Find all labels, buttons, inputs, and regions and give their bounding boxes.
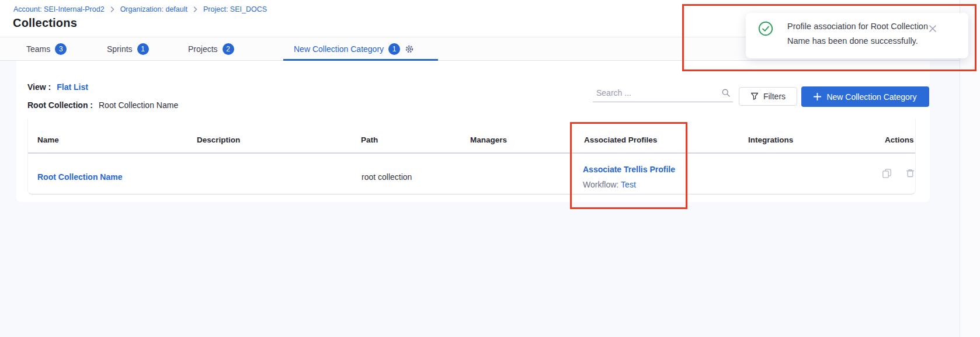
- search-box: [593, 86, 733, 102]
- workflow-label: Workflow:: [583, 180, 618, 189]
- root-collection-label: Root Collection :: [27, 100, 93, 110]
- check-circle-icon: [758, 21, 773, 39]
- tab-label: Projects: [188, 44, 218, 54]
- tab-count-badge: 1: [137, 43, 149, 55]
- table-header-divider: [28, 152, 915, 154]
- breadcrumb-organization-link[interactable]: Organization: default: [120, 5, 187, 13]
- success-toast: Profile association for Root Collection …: [746, 13, 968, 58]
- tab-label: New Collection Category: [294, 44, 384, 54]
- row-associated-profiles-cell: Associate Trellis Profile Workflow: Test: [583, 162, 675, 192]
- column-header-actions: Actions: [885, 136, 914, 144]
- view-flat-list-link[interactable]: Flat List: [57, 82, 88, 92]
- tab-count-badge: 3: [55, 43, 67, 55]
- breadcrumb-account-link[interactable]: Account: SEI-Internal-Prod2: [13, 5, 105, 13]
- tab-label: Sprints: [107, 44, 133, 54]
- column-header-path: Path: [361, 136, 378, 144]
- root-collection-row: Root Collection : Root Collection Name: [27, 100, 178, 110]
- tab-count-badge: 1: [388, 43, 400, 55]
- associate-trellis-profile-link[interactable]: Associate Trellis Profile: [583, 165, 675, 174]
- row-path-cell: root collection: [362, 172, 412, 182]
- filters-button-label: Filters: [763, 92, 786, 101]
- close-icon[interactable]: [927, 23, 939, 34]
- view-label: View :: [27, 82, 51, 92]
- new-collection-category-button[interactable]: New Collection Category: [801, 86, 929, 107]
- trash-icon[interactable]: [905, 168, 915, 178]
- collections-table: Name Description Path Managers Associate…: [27, 119, 916, 194]
- collections-page: Account: SEI-Internal-Prod2 Organization…: [0, 0, 980, 337]
- column-header-managers: Managers: [470, 136, 507, 144]
- tab-projects[interactable]: Projects 2: [188, 37, 234, 61]
- tab-teams[interactable]: Teams 3: [26, 37, 67, 61]
- tab-label: Teams: [26, 44, 50, 54]
- page-title: Collections: [13, 16, 77, 30]
- copy-icon[interactable]: [882, 168, 892, 178]
- view-selector-row: View : Flat List: [27, 82, 88, 92]
- column-header-associated-profiles: Associated Profiles: [584, 136, 657, 144]
- search-icon: [721, 88, 731, 98]
- filters-button[interactable]: Filters: [739, 87, 797, 106]
- column-header-name: Name: [37, 136, 59, 144]
- row-name-link[interactable]: Root Collection Name: [37, 172, 122, 182]
- gear-icon[interactable]: [405, 44, 414, 54]
- breadcrumb: Account: SEI-Internal-Prod2 Organization…: [13, 5, 267, 13]
- new-collection-category-button-label: New Collection Category: [826, 92, 916, 102]
- workflow-test-link[interactable]: Test: [621, 180, 636, 189]
- tab-new-collection-category[interactable]: New Collection Category 1: [294, 37, 414, 61]
- toast-message: Profile association for Root Collection …: [787, 19, 932, 48]
- column-header-description: Description: [197, 136, 240, 144]
- filter-funnel-icon: [750, 92, 759, 100]
- chevron-right-icon: [110, 6, 115, 12]
- tab-count-badge: 2: [223, 43, 234, 55]
- breadcrumb-project-link[interactable]: Project: SEI_DOCS: [203, 5, 267, 13]
- chevron-right-icon: [193, 6, 198, 12]
- plus-icon: [814, 93, 821, 100]
- tab-sprints[interactable]: Sprints 1: [107, 37, 149, 61]
- root-collection-value: Root Collection Name: [99, 100, 178, 110]
- column-header-integrations: Integrations: [748, 136, 793, 144]
- search-input[interactable]: [593, 88, 721, 100]
